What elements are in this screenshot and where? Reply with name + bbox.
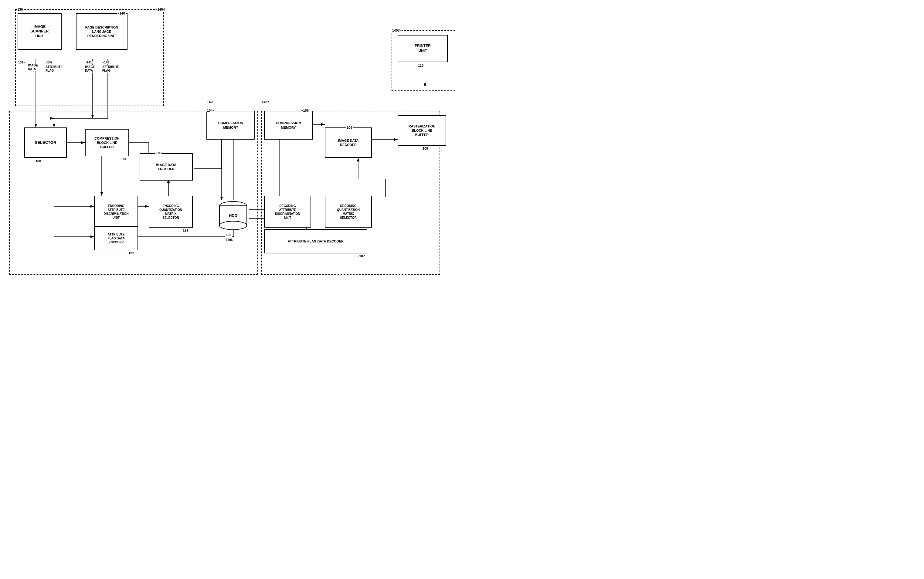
encoding-attr-discrimination: ENCODINGATTRIBUTEDISCRIMINATIONUNIT xyxy=(94,196,138,227)
label-132: ~132 xyxy=(45,61,53,64)
image-scanner-unit: IMAGESCANNERUNIT xyxy=(18,13,62,50)
label-1406: 1406 xyxy=(225,238,233,242)
compression-memory-right: COMPRESSIONMEMORY xyxy=(264,111,312,140)
label-1407: 1407 xyxy=(261,100,270,104)
decoding-quantization-matrix: DECODINGQUANTIZATIONMATRIXSELECTOR xyxy=(325,196,372,227)
label-attr-flag-left: ATTRIBUTEFLAG xyxy=(45,65,63,72)
label-110: 110 xyxy=(417,64,424,67)
label-attr-flag-right: ATTRIBUTEFLAG xyxy=(102,65,120,72)
compression-block-line-buffer: COMPRESSIONBLOCK LINEBUFFER xyxy=(85,129,129,156)
label-121: 121 xyxy=(182,229,189,232)
label-130: 130 xyxy=(17,8,23,11)
decoding-attr-discrimination: DECODINGATTRIBUTEDISCRIMINATIONUNIT xyxy=(264,196,311,227)
image-data-decoder: IMAGE DATADECODER xyxy=(325,128,372,158)
printer-unit: PRINTERUNIT xyxy=(397,35,448,62)
label-1408: 1408~ xyxy=(392,28,402,32)
rasterization-block-line-buffer: RASTERIZATIONBLOCK LINEBUFFER xyxy=(397,115,446,146)
label-102: ~102 xyxy=(126,251,135,255)
hdd-cylinder: HDD xyxy=(218,200,248,231)
label-131: 131~ xyxy=(18,61,26,64)
label-109: 109 xyxy=(422,147,428,150)
label-107: ~107 xyxy=(357,254,365,258)
label-image-data-left: IMAGEDATA xyxy=(27,64,39,71)
label-104: 104~ xyxy=(206,109,215,112)
label-1405: 1405 xyxy=(206,100,215,104)
label-100: 100 xyxy=(35,159,42,163)
svg-text:HDD: HDD xyxy=(229,213,237,218)
label-106: ~106 xyxy=(301,109,309,112)
label-103: 103 xyxy=(155,151,162,155)
image-data-encoder: IMAGE DATAENCODER xyxy=(140,153,193,181)
compression-memory-left: COMPRESSIONMEMORY xyxy=(206,111,255,140)
label-108: 108 xyxy=(346,126,353,129)
selector-box: SELECTOR xyxy=(24,128,67,158)
svg-point-41 xyxy=(219,221,247,230)
label-101: ~101 xyxy=(118,157,127,161)
label-141: ~141 xyxy=(84,61,93,64)
label-1404: ~1404 xyxy=(155,8,165,11)
label-142: ~142 xyxy=(102,61,110,64)
label-105: 105 xyxy=(225,233,232,237)
label-140: ~140 xyxy=(117,11,126,15)
attr-flag-data-decoder: ATTRIBUTE FLAG DATA DECODER xyxy=(264,229,367,254)
encoding-quantization-matrix: ENCODINGQUANTIZATIONMATRIXSELECTOR xyxy=(149,196,193,227)
attr-flag-data-encoder: ATTRIBUTEFLAG DATAENCODER xyxy=(94,226,138,250)
label-image-data-right: IMAGEDATA xyxy=(84,65,96,72)
diagram: 130 ~1404 IMAGESCANNERUNIT PAGE DESCRIPT… xyxy=(0,0,462,290)
page-desc-lang-unit: PAGE DESCRIPTIONLANGUAGERENDERING UNIT xyxy=(76,13,128,50)
